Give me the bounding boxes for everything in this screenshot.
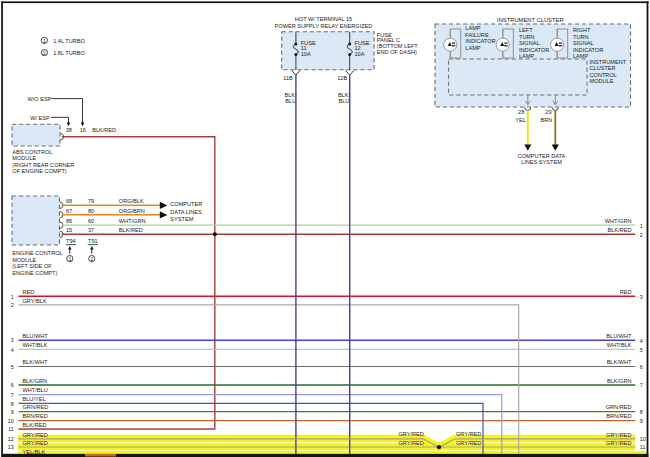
svg-text:15: 15 xyxy=(66,227,72,233)
svg-text:BLU/YEL: BLU/YEL xyxy=(23,396,46,402)
svg-text:7: 7 xyxy=(11,392,14,398)
svg-text:MODULE: MODULE xyxy=(590,78,614,84)
svg-text:80: 80 xyxy=(88,208,94,214)
svg-text:RED: RED xyxy=(23,289,35,295)
svg-text:COMPUTER: COMPUTER xyxy=(170,201,202,207)
svg-text:COMPUTER DATA: COMPUTER DATA xyxy=(518,153,566,159)
svg-text:GRN/RED: GRN/RED xyxy=(606,404,632,410)
svg-text:RIGHT: RIGHT xyxy=(573,27,591,33)
svg-text:1.4L TURBO: 1.4L TURBO xyxy=(53,38,85,44)
svg-text:4: 4 xyxy=(640,338,643,344)
svg-text:2: 2 xyxy=(43,50,46,56)
svg-text:WHT/BLU: WHT/BLU xyxy=(23,387,48,393)
svg-text:86: 86 xyxy=(66,218,72,224)
svg-text:4: 4 xyxy=(11,347,14,353)
svg-text:29: 29 xyxy=(545,109,551,115)
svg-text:8: 8 xyxy=(11,401,14,407)
svg-text:DATA LINES: DATA LINES xyxy=(170,209,202,215)
svg-text:WHT/BLK: WHT/BLK xyxy=(607,342,632,348)
svg-text:6: 6 xyxy=(640,364,643,370)
svg-text:WHT/BLK: WHT/BLK xyxy=(23,342,48,348)
svg-text:CLUSTER: CLUSTER xyxy=(590,65,616,71)
svg-text:6: 6 xyxy=(11,382,14,388)
svg-text:GRY/RED: GRY/RED xyxy=(399,440,424,446)
svg-text:BLK/RED: BLK/RED xyxy=(608,227,632,233)
svg-text:ENGINE CONTROL: ENGINE CONTROL xyxy=(12,250,62,256)
svg-text:GRY/RED: GRY/RED xyxy=(399,431,424,437)
svg-text:11: 11 xyxy=(8,426,14,432)
svg-text:GRY/RED: GRY/RED xyxy=(456,431,481,437)
svg-text:ORG/BRN: ORG/BRN xyxy=(119,208,145,214)
svg-text:3: 3 xyxy=(11,337,14,343)
svg-text:13: 13 xyxy=(8,444,14,450)
svg-text:GRY/RED: GRY/RED xyxy=(606,432,631,438)
svg-text:TURN: TURN xyxy=(573,34,589,40)
svg-text:38: 38 xyxy=(66,127,72,133)
svg-text:9: 9 xyxy=(640,418,643,424)
svg-text:1: 1 xyxy=(43,38,46,44)
svg-text:YEL: YEL xyxy=(515,117,526,123)
svg-text:37: 37 xyxy=(88,227,94,233)
svg-text:2: 2 xyxy=(11,302,14,308)
svg-text:BLK/RED: BLK/RED xyxy=(92,127,116,133)
svg-text:BLK/GRN: BLK/GRN xyxy=(23,378,48,384)
svg-text:BLK/RED: BLK/RED xyxy=(23,422,47,428)
svg-text:GRY/RED: GRY/RED xyxy=(456,440,481,446)
svg-text:8: 8 xyxy=(640,409,643,415)
svg-text:BLU: BLU xyxy=(285,98,296,104)
svg-text:10A: 10A xyxy=(301,51,311,57)
svg-text:BLK/WHT: BLK/WHT xyxy=(23,359,48,365)
svg-text:WHT/GRN: WHT/GRN xyxy=(605,218,632,224)
svg-text:BLU/WHT: BLU/WHT xyxy=(23,333,49,339)
svg-text:1: 1 xyxy=(68,256,71,262)
svg-text:10: 10 xyxy=(640,436,646,442)
svg-text:YEL/BLK: YEL/BLK xyxy=(23,449,46,455)
svg-text:BLK/WHT: BLK/WHT xyxy=(607,359,632,365)
svg-text:INSTRUMENT CLUSTER: INSTRUMENT CLUSTER xyxy=(497,17,564,23)
svg-text:10: 10 xyxy=(8,418,14,424)
svg-text:LAMP: LAMP xyxy=(465,45,481,51)
svg-text:SIGNAL: SIGNAL xyxy=(573,40,594,46)
svg-text:SIGNAL: SIGNAL xyxy=(519,40,540,46)
svg-text:GRY/RED: GRY/RED xyxy=(23,432,48,438)
svg-text:END OF DASH): END OF DASH) xyxy=(377,49,417,55)
svg-text:HOT W/ TERMINAL 15: HOT W/ TERMINAL 15 xyxy=(295,16,352,22)
svg-text:28: 28 xyxy=(518,109,524,115)
svg-text:LAMP: LAMP xyxy=(465,25,481,31)
svg-text:T94: T94 xyxy=(66,238,76,244)
svg-text:79: 79 xyxy=(88,198,94,204)
svg-text:10A: 10A xyxy=(355,51,365,57)
svg-text:SYSTEM: SYSTEM xyxy=(170,216,193,222)
svg-text:ABS CONTROL: ABS CONTROL xyxy=(12,149,52,155)
svg-text:BLK/: BLK/ xyxy=(285,92,298,98)
svg-text:GRY/RED: GRY/RED xyxy=(606,440,631,446)
svg-text:1: 1 xyxy=(640,223,643,229)
svg-text:BRN: BRN xyxy=(540,117,552,123)
svg-text:MODULE: MODULE xyxy=(12,155,36,161)
svg-text:2: 2 xyxy=(640,232,643,238)
svg-text:67: 67 xyxy=(66,208,72,214)
svg-text:12: 12 xyxy=(8,436,14,442)
svg-text:5: 5 xyxy=(640,347,643,353)
svg-text:LINES SYSTEM: LINES SYSTEM xyxy=(521,159,562,165)
svg-text:INDICATOR: INDICATOR xyxy=(465,38,495,44)
svg-text:CONTROL: CONTROL xyxy=(590,72,617,78)
svg-text:12B: 12B xyxy=(337,75,347,81)
svg-text:5: 5 xyxy=(11,364,14,370)
svg-text:INDICATOR: INDICATOR xyxy=(519,47,549,53)
svg-text:60: 60 xyxy=(88,218,94,224)
svg-text:FAILURE: FAILURE xyxy=(465,32,489,38)
svg-text:BLK/RED: BLK/RED xyxy=(119,227,143,233)
svg-text:1.8L TURBO: 1.8L TURBO xyxy=(53,50,85,56)
svg-text:1: 1 xyxy=(11,294,14,300)
svg-text:OF ENGINE COMPT): OF ENGINE COMPT) xyxy=(12,168,67,174)
svg-text:BLU: BLU xyxy=(339,98,350,104)
svg-text:BLU/WHT: BLU/WHT xyxy=(606,333,632,339)
svg-text:BLK/: BLK/ xyxy=(338,92,351,98)
svg-text:LAMP: LAMP xyxy=(519,53,535,59)
svg-text:11: 11 xyxy=(640,444,646,450)
svg-text:ORG/BLK: ORG/BLK xyxy=(119,198,144,204)
svg-text:INDICATOR: INDICATOR xyxy=(573,47,603,53)
svg-text:WHT/GRN: WHT/GRN xyxy=(119,218,146,224)
svg-text:BRN/RED: BRN/RED xyxy=(23,413,48,419)
